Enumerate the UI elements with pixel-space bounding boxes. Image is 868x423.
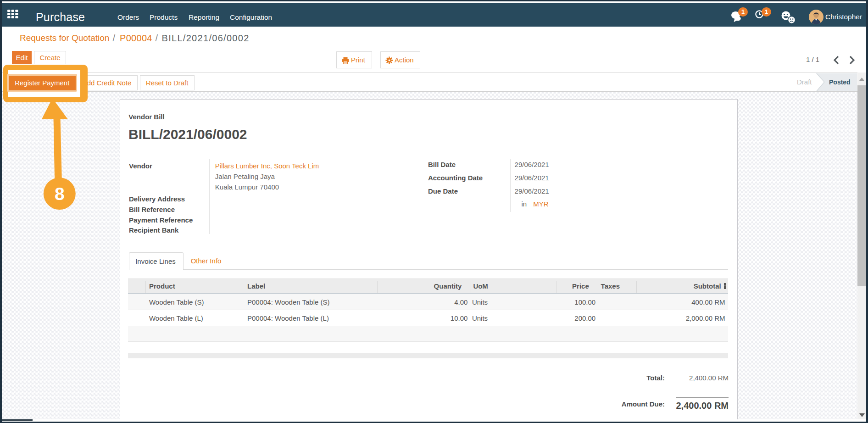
svg-text:8: 8 <box>55 184 65 204</box>
